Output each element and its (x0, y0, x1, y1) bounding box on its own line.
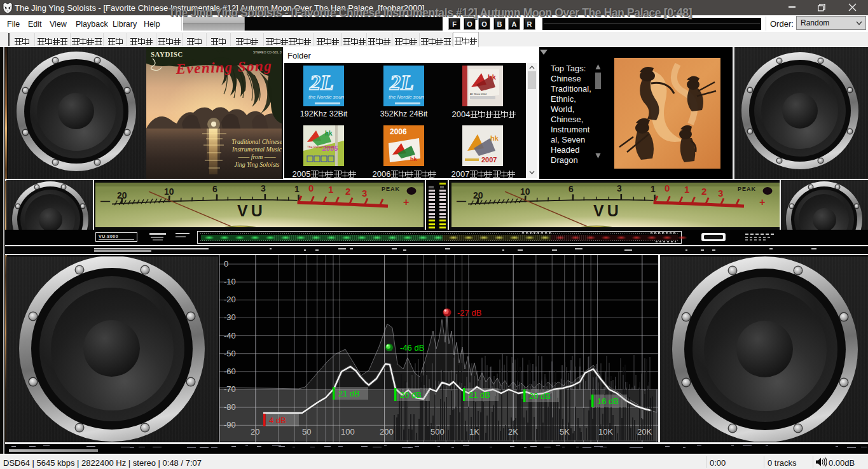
svg-text:Jing Ying Soloists: Jing Ying Soloists (235, 161, 280, 168)
svg-text:3: 3 (617, 183, 622, 193)
svg-text:500: 500 (431, 427, 444, 437)
svg-text:-90: -90 (224, 420, 236, 430)
svg-text:hk: hk (488, 73, 497, 81)
svg-text:2L: 2L (309, 71, 334, 94)
svg-text:50: 50 (302, 427, 311, 437)
svg-text:-60: -60 (224, 367, 236, 376)
svg-text:—: — (100, 195, 110, 206)
svg-text:3: 3 (362, 188, 367, 199)
svg-text:+: + (403, 197, 409, 207)
svg-text:0: 0 (308, 183, 313, 193)
svg-text:-20: -20 (224, 295, 236, 304)
svg-text:2: 2 (345, 186, 350, 197)
svg-text:The Perfect Sound: The Perfect Sound (307, 145, 334, 149)
svg-text:5K: 5K (560, 427, 570, 437)
svg-text:-30: -30 (224, 312, 236, 322)
svg-text:Traditional Chinese: Traditional Chinese (231, 138, 282, 145)
svg-text:—— from ——: —— from —— (237, 153, 275, 160)
svg-text:16 dB: 16 dB (597, 396, 619, 406)
svg-text:10: 10 (164, 186, 174, 197)
svg-text:1: 1 (684, 184, 689, 195)
svg-text:1: 1 (294, 184, 300, 194)
svg-text:10: 10 (520, 186, 530, 197)
svg-text:20: 20 (473, 190, 483, 200)
svg-text:hk: hk (490, 134, 499, 142)
svg-text:AV Show 2004: AV Show 2004 (470, 92, 487, 95)
svg-text:4 dB: 4 dB (269, 416, 286, 425)
svg-text:VU: VU (593, 202, 622, 220)
svg-text:1K: 1K (469, 427, 479, 437)
svg-text:20 dB: 20 dB (400, 390, 422, 400)
svg-text:-27 dB: -27 dB (457, 308, 481, 318)
svg-text:1: 1 (328, 184, 333, 195)
svg-text:-80: -80 (224, 402, 236, 412)
svg-text:Instrumental Music: Instrumental Music (231, 146, 282, 153)
svg-text:-50: -50 (224, 349, 236, 358)
svg-text:-46 dB: -46 dB (400, 343, 424, 353)
svg-text:2L: 2L (389, 71, 414, 94)
svg-text:1: 1 (651, 184, 656, 194)
svg-text:PEAK: PEAK (382, 186, 400, 192)
svg-text:the Nordic sound: the Nordic sound (389, 94, 424, 100)
svg-text:20K: 20K (637, 427, 652, 437)
svg-text:21 dB: 21 dB (338, 389, 360, 398)
svg-text:SAYDISC: SAYDISC (151, 50, 183, 58)
svg-text:0: 0 (665, 183, 670, 193)
svg-text:PEAK: PEAK (738, 186, 756, 192)
svg-text:—: — (457, 195, 466, 206)
svg-text:the Nordic sound: the Nordic sound (308, 94, 344, 100)
svg-text:Evening Song: Evening Song (175, 58, 272, 77)
svg-text:100: 100 (341, 427, 355, 437)
svg-text:2: 2 (701, 186, 706, 197)
svg-text:0: 0 (224, 259, 228, 269)
svg-text:3: 3 (718, 188, 723, 199)
svg-text:hk: hk (410, 156, 417, 162)
svg-text:hk: hk (325, 130, 333, 137)
svg-text:6: 6 (568, 184, 574, 194)
svg-text:2K: 2K (508, 427, 518, 437)
svg-text:-10: -10 (224, 277, 236, 286)
svg-text:20 dB: 20 dB (529, 391, 551, 401)
svg-text:-40: -40 (224, 331, 236, 340)
svg-text:+: + (759, 197, 765, 207)
svg-text:200: 200 (380, 427, 394, 437)
svg-text:6: 6 (212, 184, 217, 194)
svg-text:2007: 2007 (481, 156, 497, 164)
svg-text:2006: 2006 (390, 127, 407, 136)
svg-text:21 dB: 21 dB (469, 390, 490, 400)
svg-text:3: 3 (261, 183, 266, 193)
svg-text:20: 20 (117, 190, 127, 200)
svg-text:STEREO CD-SDL 390: STEREO CD-SDL 390 (253, 50, 282, 54)
svg-text:20: 20 (251, 427, 259, 437)
svg-text:VU: VU (237, 202, 266, 220)
svg-text:-70: -70 (224, 384, 236, 394)
svg-text:10K: 10K (598, 427, 613, 437)
